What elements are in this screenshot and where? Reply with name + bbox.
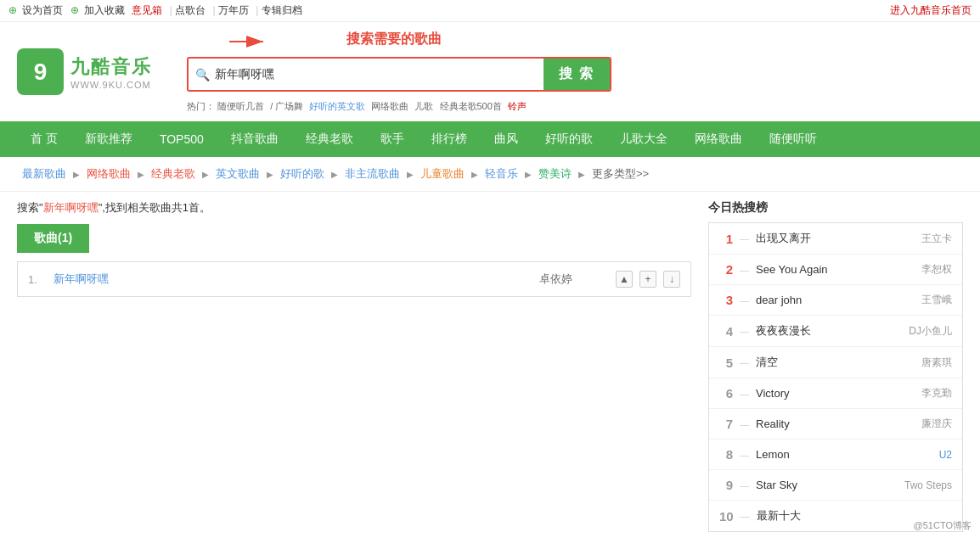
- feedback-link[interactable]: 意见箱: [132, 4, 162, 16]
- logo-icon: 9: [17, 48, 64, 95]
- arrow-icon-2: ▶: [138, 170, 144, 179]
- nav-style[interactable]: 曲风: [481, 121, 532, 157]
- header: 9 九酷音乐 WWW.9KU.COM 搜索需要的歌曲 🔍: [0, 22, 980, 121]
- search-result-text: 搜索"新年啊呀嘿",找到相关歌曲共1首。: [17, 200, 691, 216]
- arrow-icon-7: ▶: [471, 170, 478, 179]
- search-area: 搜索需要的歌曲 🔍 搜 索 热门： 随便听几首 / 广场舞 好听的英文歌 网络歌…: [187, 31, 963, 113]
- rank-song-name[interactable]: 夜夜夜漫长: [756, 323, 902, 339]
- top-bar-left: ⊕ 设为首页 ⊕ 加入收藏 意见箱 | 点歌台 | 万年历 | 专辑归档: [8, 3, 307, 18]
- nav-classic[interactable]: 经典老歌: [292, 121, 367, 157]
- left-section: 搜索"新年啊呀嘿",找到相关歌曲共1首。 歌曲(1) 1. 新年啊呀嘿 卓依婷 …: [17, 200, 691, 532]
- hot-link-4[interactable]: 网络歌曲: [371, 101, 408, 111]
- hot-link-6[interactable]: 经典老歌500首: [440, 101, 502, 111]
- nav-good-songs[interactable]: 好听的歌: [532, 121, 606, 157]
- logo-area: 9 九酷音乐 WWW.9KU.COM: [17, 48, 170, 95]
- rank-artist: Two Steps: [904, 479, 952, 491]
- subnav-english[interactable]: 英文歌曲: [211, 164, 265, 184]
- main-nav: 首 页 新歌推荐 TOP500 抖音歌曲 经典老歌 歌手 排行榜 曲风 好听的歌…: [0, 121, 980, 157]
- search-box-group: 🔍 搜 索: [187, 57, 662, 92]
- subnav-more[interactable]: 更多类型>>: [587, 164, 654, 184]
- rank-dash: —: [740, 389, 749, 399]
- rank-song-name[interactable]: 最新十大: [757, 508, 903, 524]
- hot-link-5[interactable]: 儿歌: [414, 101, 433, 111]
- rank-dash: —: [740, 265, 749, 275]
- rank-song-name[interactable]: Star Sky: [756, 479, 898, 491]
- arrow-icon-6: ▶: [407, 170, 414, 179]
- rank-song-name[interactable]: Lemon: [756, 448, 903, 461]
- top-bar-right: 进入九酷音乐首页: [890, 3, 972, 18]
- nav-top500[interactable]: TOP500: [146, 122, 217, 156]
- subnav-network[interactable]: 网络歌曲: [82, 164, 136, 184]
- nav-kids[interactable]: 儿歌大全: [606, 121, 681, 157]
- list-item: 1 — 出现又离开 王立卡: [709, 223, 962, 255]
- nav-random[interactable]: 随便听听: [756, 121, 831, 157]
- hot-link-7[interactable]: 铃声: [508, 101, 527, 111]
- rank-song-name[interactable]: dear john: [756, 294, 903, 306]
- rank-dash: —: [740, 233, 749, 244]
- nav-singers[interactable]: 歌手: [367, 121, 418, 157]
- hot-label: 热门：: [187, 101, 215, 111]
- rank-dash: —: [740, 419, 749, 429]
- album-archive-link[interactable]: 专辑归档: [262, 4, 302, 16]
- right-section: 今日热搜榜 1 — 出现又离开 王立卡 2 — See You Again 李恕…: [708, 200, 963, 532]
- enter-homepage-link[interactable]: 进入九酷音乐首页: [890, 4, 972, 16]
- nav-charts[interactable]: 排行榜: [418, 121, 481, 157]
- subnav-non-mainstream[interactable]: 非主流歌曲: [340, 164, 405, 184]
- hot-link-2[interactable]: 广场舞: [275, 101, 303, 111]
- add-button[interactable]: +: [639, 271, 656, 288]
- list-item: 7 — Reality 廉澄庆: [709, 409, 962, 440]
- main-content: 搜索"新年啊呀嘿",找到相关歌曲共1首。 歌曲(1) 1. 新年啊呀嘿 卓依婷 …: [0, 192, 980, 541]
- rank-song-name[interactable]: See You Again: [756, 263, 903, 276]
- subnav-classic-old[interactable]: 经典老歌: [146, 164, 200, 184]
- hot-link-3[interactable]: 好听的英文歌: [309, 101, 365, 111]
- list-item: 4 — 夜夜夜漫长 DJ小鱼儿: [709, 316, 962, 347]
- arrow-icon-3: ▶: [202, 170, 209, 179]
- rank-artist: 唐素琪: [910, 356, 952, 370]
- song-title-link[interactable]: 新年啊呀嘿: [54, 272, 531, 287]
- add-bookmark-link[interactable]: 加入收藏: [84, 4, 125, 16]
- download-button[interactable]: ↓: [663, 271, 680, 288]
- search-keyword: 新年啊呀嘿: [43, 201, 99, 214]
- song-tab[interactable]: 歌曲(1): [17, 224, 89, 253]
- home-icon: ⊕: [8, 4, 17, 16]
- red-arrow-icon: [229, 33, 272, 50]
- arrow-icon-4: ▶: [267, 170, 273, 179]
- rank-artist: 王雪峨: [910, 293, 952, 307]
- nav-douyin[interactable]: 抖音歌曲: [217, 121, 292, 157]
- rank-number: 3: [719, 293, 733, 307]
- nav-internet-songs[interactable]: 网络歌曲: [681, 121, 756, 157]
- rank-number: 2: [719, 262, 733, 277]
- rank-song-name[interactable]: Reality: [756, 417, 903, 430]
- subnav-latest[interactable]: 最新歌曲: [17, 164, 71, 184]
- rank-number: 10: [719, 509, 734, 524]
- song-actions: ▲ + ↓: [616, 271, 680, 288]
- song-request-link[interactable]: 点歌台: [175, 4, 206, 16]
- rank-dash: —: [740, 480, 749, 490]
- hot-link-1[interactable]: 随便听几首: [217, 101, 264, 111]
- nav-new-songs[interactable]: 新歌推荐: [71, 121, 146, 157]
- header-hot: 热门： 随便听几首 / 广场舞 好听的英文歌 网络歌曲 儿歌 经典老歌500首 …: [187, 100, 530, 113]
- search-input[interactable]: [215, 61, 537, 88]
- rank-number: 4: [719, 324, 733, 339]
- rank-song-name[interactable]: 清空: [756, 355, 903, 370]
- rank-number: 7: [719, 417, 733, 431]
- subnav-praise[interactable]: 赞美诗: [533, 164, 577, 184]
- list-item: 3 — dear john 王雪峨: [709, 285, 962, 316]
- play-button[interactable]: ▲: [616, 271, 633, 288]
- set-homepage-link[interactable]: 设为首页: [22, 4, 63, 16]
- subnav-children[interactable]: 儿童歌曲: [415, 164, 470, 184]
- nav-home[interactable]: 首 页: [17, 121, 71, 157]
- search-button[interactable]: 搜 索: [544, 59, 610, 90]
- rank-song-name[interactable]: Victory: [756, 387, 903, 400]
- star-icon: ⊕: [70, 4, 79, 16]
- list-item: 5 — 清空 唐素琪: [709, 347, 962, 378]
- rank-artist: 廉澄庆: [910, 417, 952, 431]
- list-item: 9 — Star Sky Two Steps: [709, 470, 962, 501]
- list-item: 8 — Lemon U2: [709, 440, 962, 470]
- calendar-link[interactable]: 万年历: [218, 4, 249, 16]
- subnav-nice-songs[interactable]: 好听的歌: [275, 164, 329, 184]
- subnav-light-music[interactable]: 轻音乐: [480, 164, 523, 184]
- rank-artist: U2: [910, 449, 952, 461]
- sub-nav: 最新歌曲 ▶ 网络歌曲 ▶ 经典老歌 ▶ 英文歌曲 ▶ 好听的歌 ▶ 非主流歌曲…: [0, 157, 980, 192]
- rank-song-name[interactable]: 出现又离开: [756, 231, 903, 246]
